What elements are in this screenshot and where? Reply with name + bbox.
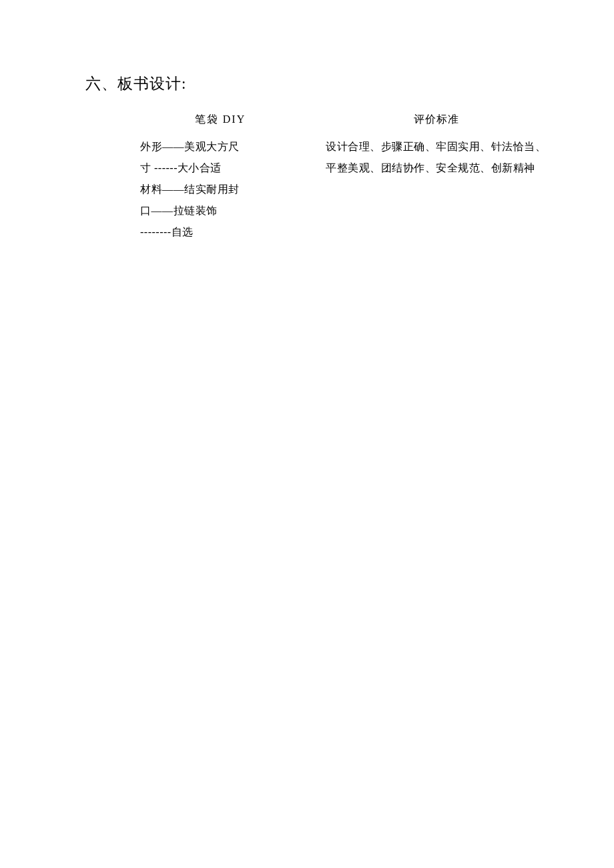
left-line: 寸 ------大小合适 [140, 157, 300, 179]
right-line: 设计合理、步骤正确、牢固实用、针法恰当、 [326, 136, 547, 157]
section-heading: 六、板书设计: [85, 73, 547, 94]
right-column-title: 评价标准 [326, 113, 547, 127]
left-column: 笔袋 DIY 外形——美观大方尺 寸 ------大小合适 材料——结实耐用封 … [140, 113, 300, 243]
right-line: 平整美观、团结协作、安全规范、创新精神 [326, 157, 547, 179]
two-column-layout: 笔袋 DIY 外形——美观大方尺 寸 ------大小合适 材料——结实耐用封 … [85, 113, 547, 243]
left-line: --------自选 [140, 222, 300, 243]
right-column-body: 设计合理、步骤正确、牢固实用、针法恰当、 平整美观、团结协作、安全规范、创新精神 [326, 136, 547, 179]
left-line: 材料——结实耐用封 [140, 179, 300, 200]
right-column: 评价标准 设计合理、步骤正确、牢固实用、针法恰当、 平整美观、团结协作、安全规范… [326, 113, 547, 243]
left-column-body: 外形——美观大方尺 寸 ------大小合适 材料——结实耐用封 口——拉链装饰… [140, 136, 300, 243]
left-column-title: 笔袋 DIY [140, 113, 300, 127]
left-line: 口——拉链装饰 [140, 200, 300, 222]
left-line: 外形——美观大方尺 [140, 136, 300, 157]
